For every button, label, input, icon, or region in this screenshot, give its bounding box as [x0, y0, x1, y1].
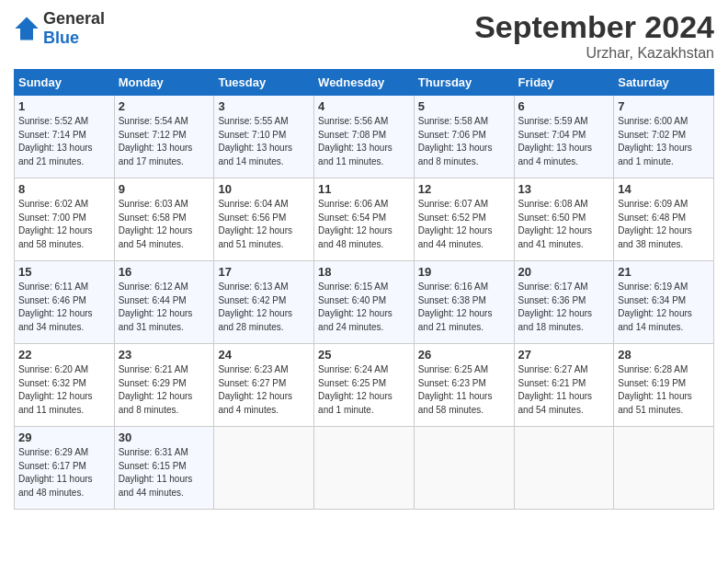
- day-number: 17: [218, 265, 310, 279]
- day-detail: Sunrise: 6:07 AMSunset: 6:52 PMDaylight:…: [418, 198, 510, 251]
- calendar-week-row: 8Sunrise: 6:02 AMSunset: 7:00 PMDaylight…: [15, 178, 714, 261]
- day-number: 30: [119, 431, 210, 444]
- table-row: 26Sunrise: 6:25 AMSunset: 6:23 PMDayligh…: [414, 344, 514, 427]
- logo-wordmark: General Blue: [43, 9, 105, 48]
- day-detail: Sunrise: 5:59 AMSunset: 7:04 PMDaylight:…: [518, 115, 610, 168]
- day-number: 4: [318, 99, 410, 113]
- day-detail: Sunrise: 6:29 AMSunset: 6:17 PMDaylight:…: [18, 446, 110, 500]
- table-row: [314, 427, 415, 510]
- day-detail: Sunrise: 6:23 AMSunset: 6:27 PMDaylight:…: [218, 363, 310, 417]
- day-number: 15: [18, 265, 110, 279]
- calendar-week-row: 1Sunrise: 5:52 AMSunset: 7:14 PMDaylight…: [15, 96, 714, 178]
- logo: General Blue: [14, 9, 105, 48]
- table-row: 11Sunrise: 6:06 AMSunset: 6:54 PMDayligh…: [314, 178, 415, 261]
- day-number: 23: [119, 348, 210, 362]
- day-detail: Sunrise: 6:15 AMSunset: 6:40 PMDaylight:…: [318, 281, 410, 334]
- table-row: 4Sunrise: 5:56 AMSunset: 7:08 PMDaylight…: [314, 96, 415, 178]
- day-number: 20: [518, 265, 610, 279]
- day-number: 27: [518, 348, 610, 362]
- day-number: 2: [119, 99, 210, 113]
- day-detail: Sunrise: 6:00 AMSunset: 7:02 PMDaylight:…: [618, 115, 710, 168]
- table-row: 27Sunrise: 6:27 AMSunset: 6:21 PMDayligh…: [514, 344, 614, 427]
- day-detail: Sunrise: 6:20 AMSunset: 6:32 PMDaylight:…: [18, 363, 110, 417]
- day-detail: Sunrise: 5:55 AMSunset: 7:10 PMDaylight:…: [218, 115, 310, 168]
- table-row: 1Sunrise: 5:52 AMSunset: 7:14 PMDaylight…: [15, 96, 115, 178]
- day-number: 21: [618, 265, 710, 279]
- day-number: 3: [218, 99, 310, 113]
- day-detail: Sunrise: 6:28 AMSunset: 6:19 PMDaylight:…: [618, 363, 710, 417]
- day-detail: Sunrise: 6:19 AMSunset: 6:34 PMDaylight:…: [618, 281, 710, 334]
- day-number: 18: [318, 265, 410, 279]
- day-number: 13: [518, 182, 610, 196]
- day-detail: Sunrise: 6:03 AMSunset: 6:58 PMDaylight:…: [119, 198, 210, 251]
- day-number: 24: [218, 348, 310, 362]
- calendar-header-row: Sunday Monday Tuesday Wednesday Thursday…: [15, 70, 714, 96]
- day-number: 6: [518, 99, 610, 113]
- day-detail: Sunrise: 5:56 AMSunset: 7:08 PMDaylight:…: [318, 115, 410, 168]
- day-detail: Sunrise: 6:17 AMSunset: 6:36 PMDaylight:…: [518, 281, 610, 334]
- table-row: 24Sunrise: 6:23 AMSunset: 6:27 PMDayligh…: [214, 344, 314, 427]
- table-row: 22Sunrise: 6:20 AMSunset: 6:32 PMDayligh…: [15, 344, 115, 427]
- table-row: 7Sunrise: 6:00 AMSunset: 7:02 PMDaylight…: [614, 96, 714, 178]
- table-row: [514, 427, 614, 510]
- table-row: [614, 427, 714, 510]
- day-detail: Sunrise: 6:31 AMSunset: 6:15 PMDaylight:…: [119, 446, 210, 500]
- table-row: [414, 427, 514, 510]
- day-detail: Sunrise: 6:25 AMSunset: 6:23 PMDaylight:…: [418, 363, 510, 417]
- table-row: 5Sunrise: 5:58 AMSunset: 7:06 PMDaylight…: [414, 96, 514, 178]
- table-row: 19Sunrise: 6:16 AMSunset: 6:38 PMDayligh…: [414, 261, 514, 344]
- col-tuesday: Tuesday: [214, 70, 314, 96]
- col-saturday: Saturday: [614, 70, 714, 96]
- day-number: 14: [618, 182, 710, 196]
- table-row: 29Sunrise: 6:29 AMSunset: 6:17 PMDayligh…: [15, 427, 115, 510]
- header: General Blue September 2024 Urzhar, Kaza…: [14, 9, 714, 62]
- col-monday: Monday: [114, 70, 214, 96]
- table-row: 6Sunrise: 5:59 AMSunset: 7:04 PMDaylight…: [514, 96, 614, 178]
- day-number: 5: [418, 99, 510, 113]
- day-detail: Sunrise: 6:08 AMSunset: 6:50 PMDaylight:…: [518, 198, 610, 251]
- table-row: 9Sunrise: 6:03 AMSunset: 6:58 PMDaylight…: [114, 178, 214, 261]
- day-detail: Sunrise: 6:11 AMSunset: 6:46 PMDaylight:…: [18, 281, 110, 334]
- day-detail: Sunrise: 6:12 AMSunset: 6:44 PMDaylight:…: [119, 281, 210, 334]
- day-detail: Sunrise: 6:21 AMSunset: 6:29 PMDaylight:…: [119, 363, 210, 417]
- table-row: 20Sunrise: 6:17 AMSunset: 6:36 PMDayligh…: [514, 261, 614, 344]
- table-row: 16Sunrise: 6:12 AMSunset: 6:44 PMDayligh…: [114, 261, 214, 344]
- table-row: 13Sunrise: 6:08 AMSunset: 6:50 PMDayligh…: [514, 178, 614, 261]
- day-number: 1: [18, 99, 110, 113]
- day-number: 16: [119, 265, 210, 279]
- calendar-week-row: 29Sunrise: 6:29 AMSunset: 6:17 PMDayligh…: [15, 427, 714, 510]
- day-number: 10: [218, 182, 310, 196]
- table-row: 10Sunrise: 6:04 AMSunset: 6:56 PMDayligh…: [214, 178, 314, 261]
- day-number: 7: [618, 99, 710, 113]
- title-area: September 2024 Urzhar, Kazakhstan: [474, 9, 714, 62]
- day-detail: Sunrise: 5:58 AMSunset: 7:06 PMDaylight:…: [418, 115, 510, 168]
- day-detail: Sunrise: 6:24 AMSunset: 6:25 PMDaylight:…: [318, 363, 410, 417]
- day-detail: Sunrise: 5:54 AMSunset: 7:12 PMDaylight:…: [119, 115, 210, 168]
- day-number: 26: [418, 348, 510, 362]
- day-number: 28: [618, 348, 710, 362]
- table-row: 18Sunrise: 6:15 AMSunset: 6:40 PMDayligh…: [314, 261, 415, 344]
- month-title: September 2024: [474, 9, 714, 45]
- logo-icon: [14, 16, 40, 41]
- table-row: 25Sunrise: 6:24 AMSunset: 6:25 PMDayligh…: [314, 344, 415, 427]
- col-thursday: Thursday: [414, 70, 514, 96]
- day-detail: Sunrise: 6:06 AMSunset: 6:54 PMDaylight:…: [318, 198, 410, 251]
- day-detail: Sunrise: 5:52 AMSunset: 7:14 PMDaylight:…: [18, 115, 110, 168]
- table-row: 23Sunrise: 6:21 AMSunset: 6:29 PMDayligh…: [114, 344, 214, 427]
- day-detail: Sunrise: 6:16 AMSunset: 6:38 PMDaylight:…: [418, 281, 510, 334]
- location-title: Urzhar, Kazakhstan: [474, 45, 714, 62]
- day-number: 9: [119, 182, 210, 196]
- day-detail: Sunrise: 6:02 AMSunset: 7:00 PMDaylight:…: [18, 198, 110, 251]
- calendar-week-row: 15Sunrise: 6:11 AMSunset: 6:46 PMDayligh…: [15, 261, 714, 344]
- day-number: 22: [18, 348, 110, 362]
- table-row: 12Sunrise: 6:07 AMSunset: 6:52 PMDayligh…: [414, 178, 514, 261]
- day-detail: Sunrise: 6:27 AMSunset: 6:21 PMDaylight:…: [518, 363, 610, 417]
- col-friday: Friday: [514, 70, 614, 96]
- day-detail: Sunrise: 6:09 AMSunset: 6:48 PMDaylight:…: [618, 198, 710, 251]
- day-detail: Sunrise: 6:04 AMSunset: 6:56 PMDaylight:…: [218, 198, 310, 251]
- col-wednesday: Wednesday: [314, 70, 415, 96]
- table-row: 30Sunrise: 6:31 AMSunset: 6:15 PMDayligh…: [114, 427, 214, 510]
- table-row: 14Sunrise: 6:09 AMSunset: 6:48 PMDayligh…: [614, 178, 714, 261]
- table-row: 21Sunrise: 6:19 AMSunset: 6:34 PMDayligh…: [614, 261, 714, 344]
- logo-blue-text: Blue: [43, 29, 79, 47]
